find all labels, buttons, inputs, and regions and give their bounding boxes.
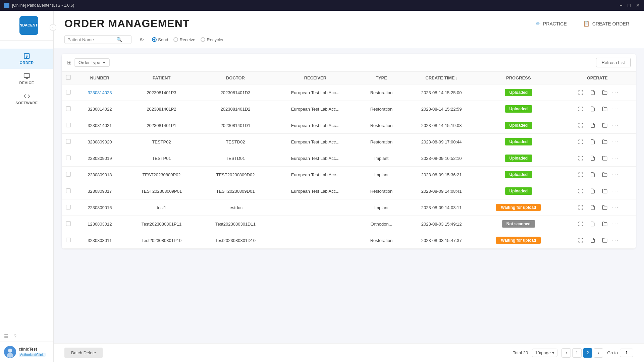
scan-icon[interactable] bbox=[576, 137, 585, 146]
folder-icon[interactable] bbox=[600, 104, 609, 114]
order-number-link[interactable]: 3230814023 bbox=[88, 90, 112, 95]
row-checkbox[interactable] bbox=[66, 188, 71, 193]
document-icon[interactable] bbox=[588, 170, 597, 179]
scan-icon[interactable] bbox=[576, 104, 585, 114]
more-actions-button[interactable]: ··· bbox=[612, 188, 619, 194]
folder-icon[interactable] bbox=[600, 170, 609, 179]
document-icon[interactable] bbox=[588, 104, 597, 114]
document-icon[interactable] bbox=[588, 137, 597, 146]
page-1-button[interactable]: 1 bbox=[572, 348, 582, 358]
refresh-small-button[interactable]: ↻ bbox=[140, 37, 144, 43]
sidebar-item-order[interactable]: ORDER bbox=[0, 49, 53, 69]
radio-receive[interactable]: Receive bbox=[173, 37, 195, 42]
actions-cell: ··· bbox=[562, 236, 632, 245]
search-input[interactable] bbox=[67, 37, 114, 42]
actions-cell: ··· bbox=[562, 154, 632, 163]
scan-icon[interactable] bbox=[576, 186, 585, 196]
document-icon[interactable] bbox=[588, 154, 597, 163]
row-create-time: 2023-08-03 15:49:12 bbox=[405, 216, 478, 232]
goto-input[interactable] bbox=[620, 349, 633, 357]
document-icon[interactable] bbox=[588, 203, 597, 212]
row-checkbox[interactable] bbox=[66, 205, 71, 209]
document-icon[interactable] bbox=[588, 236, 597, 245]
row-actions: ··· bbox=[558, 84, 636, 101]
folder-icon[interactable] bbox=[600, 137, 609, 146]
page-2-button[interactable]: 2 bbox=[583, 348, 592, 358]
folder-icon[interactable] bbox=[600, 219, 609, 229]
row-doctor: 2023081401D1 bbox=[199, 117, 272, 134]
orders-table-container: ⊞ Order Type ▾ Refresh List bbox=[62, 54, 636, 249]
more-actions-button[interactable]: ··· bbox=[612, 237, 619, 243]
batch-delete-button[interactable]: Batch Delete bbox=[64, 348, 103, 358]
row-receiver: European Test Lab Acc... bbox=[272, 134, 358, 150]
practice-label: PRACTICE bbox=[543, 21, 567, 26]
user-profile-area: clinicTest AuthorizedClinic bbox=[0, 342, 53, 362]
row-checkbox[interactable] bbox=[66, 106, 71, 111]
scan-icon[interactable] bbox=[576, 203, 585, 212]
row-checkbox-cell bbox=[62, 183, 75, 199]
scan-icon[interactable] bbox=[576, 170, 585, 179]
next-page-button[interactable]: › bbox=[594, 348, 603, 358]
sidebar-collapse-button[interactable]: ‹ bbox=[50, 24, 56, 31]
document-icon[interactable] bbox=[588, 219, 597, 229]
create-order-button[interactable]: 📋 CREATE ORDER bbox=[579, 18, 633, 29]
folder-icon[interactable] bbox=[600, 236, 609, 245]
close-button[interactable]: ✕ bbox=[636, 3, 640, 8]
col-create-time[interactable]: CREATE TIME bbox=[405, 72, 478, 84]
sidebar-item-software[interactable]: SOFTWARE bbox=[0, 89, 53, 109]
row-checkbox[interactable] bbox=[66, 238, 71, 242]
more-actions-button[interactable]: ··· bbox=[612, 221, 619, 227]
scan-icon[interactable] bbox=[576, 219, 585, 229]
row-checkbox[interactable] bbox=[66, 156, 71, 160]
grid-view-icon[interactable]: ⊞ bbox=[67, 59, 71, 66]
row-number: 2230809019 bbox=[75, 150, 124, 167]
progress-badge: Uploaded bbox=[505, 105, 533, 113]
select-all-checkbox[interactable] bbox=[66, 75, 71, 80]
folder-icon[interactable] bbox=[600, 154, 609, 163]
more-actions-button[interactable]: ··· bbox=[612, 122, 619, 128]
more-actions-button[interactable]: ··· bbox=[612, 172, 619, 178]
more-actions-button[interactable]: ··· bbox=[612, 89, 619, 96]
row-actions: ··· bbox=[558, 101, 636, 117]
row-checkbox[interactable] bbox=[66, 139, 71, 144]
folder-icon[interactable] bbox=[600, 88, 609, 97]
more-actions-button[interactable]: ··· bbox=[612, 204, 619, 210]
document-icon[interactable] bbox=[588, 88, 597, 97]
folder-icon[interactable] bbox=[600, 186, 609, 196]
scan-icon[interactable] bbox=[576, 121, 585, 130]
document-icon[interactable] bbox=[588, 186, 597, 196]
row-checkbox[interactable] bbox=[66, 123, 71, 127]
radio-send[interactable]: Send bbox=[152, 37, 168, 42]
menu-icon[interactable]: ☰ bbox=[4, 334, 8, 339]
maximize-button[interactable]: □ bbox=[628, 3, 631, 8]
order-number: 3230814021 bbox=[88, 123, 112, 128]
practice-button[interactable]: ✏ PRACTICE bbox=[532, 18, 571, 29]
search-box: 🔍 bbox=[64, 35, 131, 44]
sidebar-item-device[interactable]: DEVICE bbox=[0, 69, 53, 89]
row-create-time: 2023-08-14 15:22:59 bbox=[405, 101, 478, 117]
help-icon[interactable]: ? bbox=[14, 334, 16, 339]
radio-recycler[interactable]: Recycler bbox=[201, 37, 224, 42]
more-actions-button[interactable]: ··· bbox=[612, 155, 619, 161]
folder-icon[interactable] bbox=[600, 203, 609, 212]
prev-page-button[interactable]: ‹ bbox=[561, 348, 571, 358]
folder-icon[interactable] bbox=[600, 121, 609, 130]
row-checkbox[interactable] bbox=[66, 90, 71, 95]
user-name: clinicTest bbox=[19, 347, 49, 352]
per-page-select[interactable]: 10/page ▾ bbox=[532, 349, 557, 357]
document-icon[interactable] bbox=[588, 121, 597, 130]
search-icon[interactable]: 🔍 bbox=[116, 37, 122, 42]
col-type: TYPE bbox=[358, 72, 405, 84]
row-checkbox-cell bbox=[62, 199, 75, 216]
order-type-filter[interactable]: Order Type ▾ bbox=[74, 58, 110, 67]
row-checkbox[interactable] bbox=[66, 172, 71, 177]
scan-icon[interactable] bbox=[576, 88, 585, 97]
more-actions-button[interactable]: ··· bbox=[612, 139, 619, 145]
minimize-button[interactable]: − bbox=[620, 3, 622, 8]
refresh-list-button[interactable]: Refresh List bbox=[596, 58, 631, 67]
more-actions-button[interactable]: ··· bbox=[612, 106, 619, 112]
radio-recycler-circle bbox=[201, 37, 205, 42]
scan-icon[interactable] bbox=[576, 236, 585, 245]
scan-icon[interactable] bbox=[576, 154, 585, 163]
row-checkbox[interactable] bbox=[66, 221, 71, 226]
